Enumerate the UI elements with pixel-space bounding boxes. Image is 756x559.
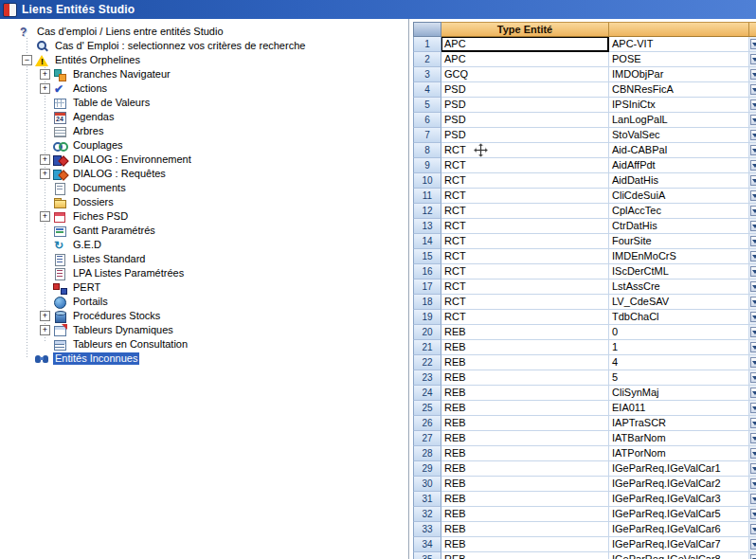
tree-item-7[interactable]: Arbres bbox=[0, 124, 408, 138]
entity-name-cell[interactable]: APC-VIT bbox=[609, 37, 749, 52]
entity-name-cell[interactable]: IGeParReq.IGeValCar3 bbox=[609, 492, 749, 507]
tree-item-14[interactable]: Gantt Paramétrés bbox=[0, 224, 408, 238]
type-entite-cell-focused[interactable]: APC bbox=[441, 37, 609, 52]
row-number-cell[interactable]: 5 bbox=[413, 98, 441, 113]
row-dropdown-button[interactable] bbox=[750, 463, 756, 474]
row-number-cell[interactable]: 17 bbox=[413, 280, 441, 295]
type-entite-cell[interactable]: RCT bbox=[441, 295, 609, 310]
row-dropdown-button[interactable] bbox=[750, 327, 756, 337]
tree-item-20[interactable]: +Procédures Stocks bbox=[0, 309, 408, 323]
tree-item-12[interactable]: Dossiers bbox=[0, 195, 408, 209]
tree-item-2[interactable]: −Entités Orphelines bbox=[0, 53, 408, 67]
expand-box-icon[interactable]: + bbox=[40, 169, 50, 179]
row-number-cell[interactable]: 27 bbox=[413, 431, 441, 446]
entity-name-cell[interactable]: IATBarNom bbox=[609, 431, 749, 446]
expand-box-icon[interactable]: + bbox=[40, 325, 50, 335]
entity-name-cell[interactable]: IGeParReq.IGeValCar2 bbox=[609, 477, 749, 492]
tree-item-label[interactable]: Dossiers bbox=[71, 196, 116, 208]
type-entite-cell[interactable]: REB bbox=[441, 507, 609, 522]
type-entite-cell[interactable]: REB bbox=[441, 537, 609, 552]
row-number-cell[interactable]: 11 bbox=[413, 189, 441, 204]
tree-item-label[interactable]: Documents bbox=[71, 182, 128, 194]
type-entite-cell[interactable]: REB bbox=[441, 522, 609, 537]
entity-name-cell[interactable]: AidDatHis bbox=[609, 173, 749, 189]
entity-name-cell[interactable]: 0 bbox=[609, 325, 749, 340]
row-number-cell[interactable]: 19 bbox=[413, 310, 441, 325]
tree-item-15[interactable]: G.E.D bbox=[0, 238, 408, 252]
row-dropdown-button[interactable] bbox=[750, 403, 756, 413]
entity-name-cell[interactable]: IMDObjPar bbox=[609, 67, 749, 82]
tree-item-label[interactable]: Tableurs en Consultation bbox=[71, 338, 189, 351]
row-dropdown-button[interactable] bbox=[750, 524, 756, 534]
type-entite-cell[interactable]: RCT bbox=[441, 264, 609, 280]
row-dropdown-button[interactable] bbox=[750, 221, 756, 231]
tree-item-label[interactable]: Entités Orphelines bbox=[53, 54, 142, 66]
collapse-box-icon[interactable]: − bbox=[22, 55, 32, 65]
tree-item-label[interactable]: G.E.D bbox=[71, 239, 103, 251]
type-entite-cell[interactable]: RCT bbox=[441, 310, 609, 325]
row-number-cell[interactable]: 28 bbox=[413, 446, 441, 461]
entity-name-cell[interactable]: IGeParReq.IGeValCar8 bbox=[609, 552, 749, 559]
row-number-cell[interactable]: 32 bbox=[413, 507, 441, 522]
row-dropdown-button[interactable] bbox=[750, 418, 756, 428]
type-entite-cell[interactable]: PSD bbox=[441, 128, 609, 143]
row-number-cell[interactable]: 15 bbox=[413, 249, 441, 264]
entity-name-cell[interactable]: IGeParReq.IGeValCar6 bbox=[609, 522, 749, 537]
row-number-cell[interactable]: 12 bbox=[413, 204, 441, 219]
type-entite-cell[interactable]: RCT bbox=[441, 173, 609, 189]
row-dropdown-button[interactable] bbox=[750, 433, 756, 443]
row-number-cell[interactable]: 31 bbox=[413, 492, 441, 507]
row-number-cell[interactable]: 33 bbox=[413, 522, 441, 537]
entity-name-cell[interactable]: TdbChaCl bbox=[609, 310, 749, 325]
tree-item-label[interactable]: Procédures Stocks bbox=[71, 310, 162, 322]
row-dropdown-button[interactable] bbox=[750, 297, 756, 307]
entity-name-cell[interactable]: CBNResFicA bbox=[609, 82, 749, 98]
type-entite-cell[interactable]: REB bbox=[441, 386, 609, 401]
entity-name-cell[interactable]: LstAssCre bbox=[609, 280, 749, 295]
tree-item-16[interactable]: Listes Standard bbox=[0, 252, 408, 266]
tree-item-8[interactable]: Couplages bbox=[0, 138, 408, 153]
row-number-cell[interactable]: 3 bbox=[413, 67, 441, 82]
tree-item-0[interactable]: Cas d'emploi / Liens entre entités Studi… bbox=[0, 25, 408, 39]
entity-name-cell[interactable]: IAPTraSCR bbox=[609, 416, 749, 431]
tree-item-22[interactable]: Tableurs en Consultation bbox=[0, 337, 408, 352]
entity-name-cell[interactable]: StoValSec bbox=[609, 128, 749, 143]
type-entite-cell[interactable]: RCT bbox=[441, 204, 609, 219]
row-number-cell[interactable]: 7 bbox=[413, 128, 441, 143]
expand-box-icon[interactable]: + bbox=[40, 83, 50, 94]
row-dropdown-button[interactable] bbox=[750, 54, 756, 64]
tree-item-17[interactable]: LPA Listes Paramétrées bbox=[0, 266, 408, 280]
expand-box-icon[interactable]: + bbox=[40, 69, 50, 80]
row-dropdown-button[interactable] bbox=[750, 145, 756, 155]
expand-box-icon[interactable]: + bbox=[40, 311, 50, 321]
tree-item-label[interactable]: Actions bbox=[71, 82, 109, 95]
tree-item-23[interactable]: Entités Inconnues bbox=[0, 352, 408, 366]
entity-name-cell[interactable]: 1 bbox=[609, 340, 749, 355]
type-entite-cell[interactable]: RCT bbox=[441, 280, 609, 295]
entity-name-cell[interactable]: AidAffPdt bbox=[609, 158, 749, 173]
row-number-cell[interactable]: 20 bbox=[413, 325, 441, 340]
entity-name-cell[interactable]: IGeParReq.IGeValCar5 bbox=[609, 507, 749, 522]
tree-item-label[interactable]: Couplages bbox=[71, 139, 125, 152]
row-dropdown-button[interactable] bbox=[750, 448, 756, 459]
tree-item-label[interactable]: Cas d'emploi / Liens entre entités Studi… bbox=[35, 26, 225, 38]
type-entite-cell[interactable]: REB bbox=[441, 552, 609, 559]
row-dropdown-button[interactable] bbox=[750, 281, 756, 292]
tree-item-label[interactable]: Cas d' Emploi : selectionnez vos critère… bbox=[53, 40, 307, 52]
tree-item-11[interactable]: Documents bbox=[0, 181, 408, 195]
row-dropdown-button[interactable] bbox=[750, 312, 756, 322]
entity-name-cell[interactable]: IScDerCtML bbox=[609, 264, 749, 280]
row-dropdown-button[interactable] bbox=[750, 357, 756, 368]
tree-item-label[interactable]: PERT bbox=[71, 281, 102, 294]
tree-item-label[interactable]: Gantt Paramétrés bbox=[71, 225, 157, 237]
row-number-cell[interactable]: 14 bbox=[413, 234, 441, 249]
column-header-type-entite[interactable]: Type Entité bbox=[441, 22, 609, 37]
type-entite-cell[interactable]: REB bbox=[441, 492, 609, 507]
type-entite-cell[interactable]: GCQ bbox=[441, 67, 609, 82]
type-entite-cell[interactable]: RCT bbox=[441, 158, 609, 173]
entity-name-cell[interactable]: FourSite bbox=[609, 234, 749, 249]
grid-corner-cell[interactable] bbox=[413, 22, 441, 37]
row-number-cell[interactable]: 25 bbox=[413, 401, 441, 416]
tree-item-4[interactable]: +Actions bbox=[0, 81, 408, 96]
row-number-cell[interactable]: 23 bbox=[413, 370, 441, 386]
